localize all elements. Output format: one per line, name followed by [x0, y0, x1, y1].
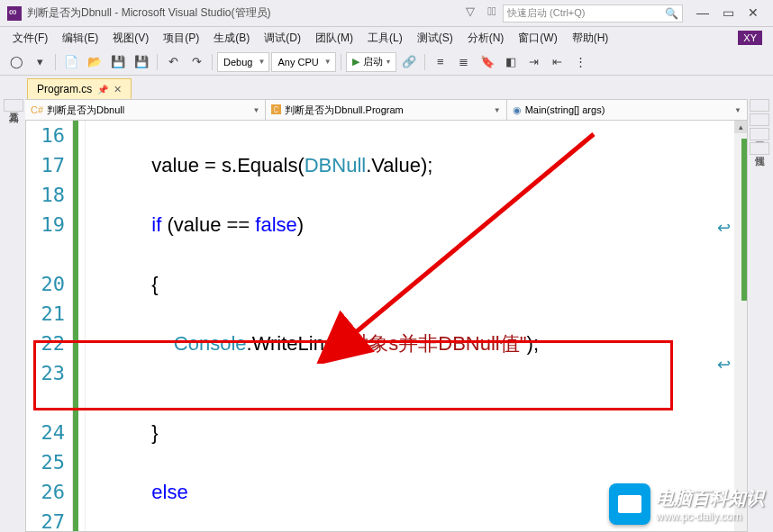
minimize-button[interactable]: —	[690, 5, 715, 23]
nav-fwd-button[interactable]: ▾	[29, 52, 50, 72]
open-file-button[interactable]: 📂	[84, 52, 105, 72]
outdent-button[interactable]: ⇤	[547, 52, 568, 72]
bookmark-button[interactable]: 🔖	[477, 52, 498, 72]
properties-tab[interactable]: 属性	[750, 142, 769, 155]
start-debug-button[interactable]: ▶ 启动 ▾	[346, 52, 396, 72]
class-dropdown[interactable]: 🅲 判断是否为Dbnull.Program	[266, 100, 506, 120]
scroll-up-button[interactable]: ▴	[734, 121, 747, 133]
wrap-glyph-icon: ↩	[717, 355, 731, 374]
title-bar: 判断是否为Dbnull - Microsoft Visual Studio(管理…	[0, 0, 773, 27]
close-button[interactable]: ✕	[741, 5, 766, 23]
menu-analyze[interactable]: 分析(N)	[460, 28, 512, 49]
undo-button[interactable]: ↶	[162, 52, 184, 72]
tab-close-icon[interactable]: ✕	[114, 84, 122, 95]
class-icon: 🅲	[271, 104, 281, 115]
platform-dropdown[interactable]: Any CPU	[271, 52, 335, 72]
project-dropdown[interactable]: C# 判断是否为Dbnull	[25, 100, 266, 120]
code-editor[interactable]: 16 17 18 19 20 21 22 23 24 25 26 27 valu…	[25, 121, 748, 532]
menu-file[interactable]: 文件(F)	[5, 28, 55, 49]
menu-team[interactable]: 团队(M)	[308, 28, 360, 49]
menu-view[interactable]: 视图(V)	[105, 28, 156, 49]
pin-icon[interactable]: 📌	[97, 85, 108, 95]
comment-button[interactable]: ≡	[430, 52, 451, 72]
nav-back-button[interactable]: ◯	[5, 52, 27, 72]
tab-filename: Program.cs	[37, 83, 92, 95]
solution-explorer-tab[interactable]: 解决方案资源管理器	[750, 99, 769, 112]
menu-project[interactable]: 项目(P)	[156, 28, 206, 49]
quick-launch-placeholder: 快速启动 (Ctrl+Q)	[507, 6, 585, 20]
watermark-text: 电脑百科知识	[656, 486, 764, 510]
team-explorer-tab[interactable]: 团队资源管理器	[750, 113, 769, 126]
watermark-url: www.pc-daily.com	[656, 510, 764, 523]
vertical-scrollbar[interactable]: ▴	[734, 121, 747, 531]
menu-test[interactable]: 测试(S)	[410, 28, 460, 49]
menu-window[interactable]: 窗口(W)	[511, 28, 564, 49]
search-icon: 🔍	[665, 7, 678, 20]
menu-build[interactable]: 生成(B)	[206, 28, 257, 49]
document-tab-strip: Program.cs 📌 ✕	[0, 76, 773, 99]
format-button[interactable]: ⋮	[570, 52, 592, 72]
method-dropdown[interactable]: ◉ Main(string[] args)	[507, 100, 748, 120]
watermark-logo-icon	[609, 483, 650, 525]
window-title: 判断是否为Dbnull - Microsoft Visual Studio(管理…	[27, 5, 271, 21]
menu-debug[interactable]: 调试(D)	[257, 28, 308, 49]
csharp-project-icon: C#	[31, 104, 43, 115]
new-project-button[interactable]: 📄	[60, 52, 82, 72]
config-dropdown[interactable]: Debug	[217, 52, 269, 72]
menu-help[interactable]: 帮助(H)	[565, 28, 616, 49]
user-badge[interactable]: XY	[738, 31, 762, 45]
code-nav-bar: C# 判断是否为Dbnull 🅲 判断是否为Dbnull.Program ◉ M…	[25, 99, 748, 121]
uncomment-button[interactable]: ≣	[453, 52, 475, 72]
indent-button[interactable]: ⇥	[523, 52, 545, 72]
wrap-glyph-icon: ↩	[717, 218, 731, 238]
toolbox-panel-tab[interactable]: 工具箱	[4, 99, 23, 112]
menu-tools[interactable]: 工具(L)	[360, 28, 410, 49]
save-button[interactable]: 💾	[107, 52, 129, 72]
maximize-button[interactable]: ▭	[715, 5, 741, 23]
code-content[interactable]: value = s.Equals(DBNull.Value); if (valu…	[86, 121, 734, 531]
notification-icon[interactable]: ▽	[459, 5, 481, 23]
feedback-icon[interactable]: �⃞	[481, 5, 503, 23]
menu-bar: 文件(F) 编辑(E) 视图(V) 项目(P) 生成(B) 调试(D) 团队(M…	[0, 27, 773, 49]
menu-edit[interactable]: 编辑(E)	[55, 28, 105, 49]
outline-margin	[78, 121, 86, 531]
save-all-button[interactable]: 💾	[131, 52, 152, 72]
toggle-button[interactable]: ◧	[500, 52, 522, 72]
line-number-gutter: 16 17 18 19 20 21 22 23 24 25 26 27	[26, 121, 73, 531]
right-panel-tabs: 解决方案资源管理器 团队资源管理器 诊断工具 属性	[750, 99, 769, 155]
diagnostics-tab[interactable]: 诊断工具	[750, 128, 769, 140]
document-tab[interactable]: Program.cs 📌 ✕	[27, 78, 132, 99]
scroll-change-mark	[741, 139, 747, 301]
browser-link-button[interactable]: 🔗	[398, 52, 420, 72]
standard-toolbar: ◯ ▾ 📄 📂 💾 💾 ↶ ↷ Debug Any CPU ▶ 启动 ▾ 🔗 ≡…	[0, 49, 773, 76]
redo-button[interactable]: ↷	[186, 52, 207, 72]
method-icon: ◉	[513, 104, 522, 116]
watermark: 电脑百科知识 www.pc-daily.com	[609, 483, 764, 525]
play-icon: ▶	[352, 56, 359, 68]
quick-launch-input[interactable]: 快速启动 (Ctrl+Q) 🔍	[503, 5, 683, 23]
vs-logo-icon	[7, 6, 22, 21]
